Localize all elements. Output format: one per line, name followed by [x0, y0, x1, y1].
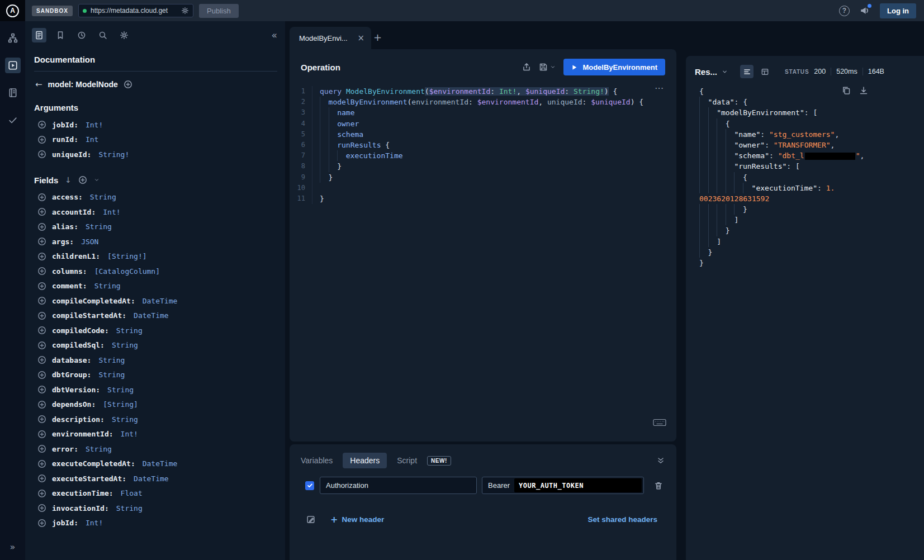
save-options-chevron-icon[interactable]	[550, 64, 556, 70]
collapse-docs-panel-icon[interactable]: «	[272, 30, 277, 41]
add-field-to-query-icon[interactable]	[37, 252, 46, 261]
endpoint-url-input[interactable]: https://metadata.cloud.get	[91, 7, 177, 15]
field-type-link[interactable]: DateTime	[134, 311, 169, 320]
add-field-to-query-icon[interactable]	[37, 282, 46, 291]
run-operation-button[interactable]: ModelByEnvironment	[563, 59, 665, 75]
add-field-to-query-icon[interactable]	[37, 135, 46, 144]
operation-tab[interactable]: ModelByEnvi... ×	[290, 27, 371, 49]
field-type-link[interactable]: String	[94, 282, 121, 290]
add-field-to-query-icon[interactable]	[37, 326, 46, 335]
doc-field-row[interactable]: executeStartedAt:DateTime	[37, 471, 277, 486]
schema-nav-icon[interactable]	[5, 30, 21, 46]
login-button[interactable]: Log in	[880, 3, 916, 18]
documentation-tab-icon[interactable]	[32, 28, 46, 42]
doc-field-row[interactable]: compileCompletedAt:DateTime	[37, 293, 277, 309]
doc-field-row[interactable]: environmentId:Int!	[37, 427, 277, 442]
add-field-to-query-icon[interactable]	[37, 341, 46, 350]
doc-field-row[interactable]: executionTime:Float	[37, 486, 277, 501]
connection-settings-gear-icon[interactable]	[181, 7, 189, 15]
history-icon[interactable]	[74, 28, 89, 42]
field-type-link[interactable]: [String!]	[107, 252, 146, 260]
add-field-to-query-icon[interactable]	[37, 311, 46, 320]
doc-field-row[interactable]: alias:String	[37, 220, 277, 235]
field-type-link[interactable]: String	[98, 356, 125, 364]
close-tab-icon[interactable]: ×	[357, 33, 364, 43]
graphql-query-editor[interactable]: 1query ModelByEnvironment($environmentId…	[290, 86, 676, 204]
announcements-icon[interactable]	[860, 6, 870, 16]
field-type-link[interactable]: String!	[98, 150, 129, 159]
field-type-link[interactable]: String	[112, 341, 138, 349]
field-type-link[interactable]: String	[116, 326, 143, 335]
doc-field-row[interactable]: compileStartedAt:DateTime	[37, 309, 277, 324]
settings-gear-icon[interactable]	[117, 28, 131, 42]
field-type-link[interactable]: [CatalogColumn]	[94, 267, 160, 276]
field-type-link[interactable]: DateTime	[143, 459, 178, 468]
add-field-to-query-icon[interactable]	[37, 355, 46, 364]
explorer-nav-icon[interactable]	[5, 58, 21, 73]
publish-button[interactable]: Publish	[199, 4, 239, 18]
add-field-to-query-icon[interactable]	[37, 371, 46, 379]
header-enabled-checkbox[interactable]	[305, 481, 314, 490]
field-type-link[interactable]: Int!	[86, 121, 103, 129]
doc-field-row[interactable]: description:String	[37, 412, 277, 427]
set-shared-headers-link[interactable]: Set shared headers	[587, 515, 657, 524]
apollo-logo[interactable]: A	[0, 0, 25, 21]
header-key-input[interactable]	[320, 477, 477, 494]
doc-field-row[interactable]: dbtGroup:String	[37, 368, 277, 383]
help-icon[interactable]: ?	[839, 6, 850, 16]
tab-headers[interactable]: Headers	[343, 453, 387, 468]
doc-field-row[interactable]: childrenL1:[String!]	[37, 249, 277, 264]
add-field-to-query-icon[interactable]	[37, 267, 46, 276]
add-field-to-query-icon[interactable]	[37, 489, 46, 498]
field-type-link[interactable]: String	[116, 504, 143, 512]
tree-view-icon[interactable]	[740, 65, 754, 78]
doc-field-row[interactable]: runId:Int	[37, 132, 277, 148]
share-operation-icon[interactable]	[522, 63, 531, 72]
field-type-link[interactable]: Int!	[103, 208, 120, 216]
add-field-to-query-icon[interactable]	[37, 430, 46, 439]
endpoint-url-box[interactable]: https://metadata.cloud.get	[78, 4, 193, 17]
add-field-to-query-icon[interactable]	[37, 120, 46, 129]
field-type-link[interactable]: String	[86, 222, 112, 231]
add-field-to-query-icon[interactable]	[37, 415, 46, 424]
doc-field-row[interactable]: access:String	[37, 190, 277, 205]
field-type-link[interactable]: DateTime	[134, 474, 169, 483]
header-value-input[interactable]: Bearer YOUR_AUTH_TOKEN	[482, 477, 644, 494]
doc-field-row[interactable]: invocationId:String	[37, 501, 277, 516]
saved-operations-bookmark-icon[interactable]	[53, 28, 68, 42]
doc-field-row[interactable]: dbtVersion:String	[37, 382, 277, 397]
table-view-icon[interactable]	[758, 65, 771, 78]
doc-field-row[interactable]: jobId:Int!	[37, 117, 277, 132]
field-type-link[interactable]: JSON	[81, 238, 98, 246]
checks-nav-icon[interactable]	[5, 112, 21, 128]
doc-field-row[interactable]: dependsOn:[String]	[37, 397, 277, 412]
doc-field-row[interactable]: uniqueId:String!	[37, 147, 277, 162]
add-type-to-query-icon[interactable]	[124, 80, 132, 89]
add-all-fields-icon[interactable]	[78, 175, 87, 184]
expand-rail-icon[interactable]: »	[0, 542, 25, 552]
doc-field-row[interactable]: comment:String	[37, 279, 277, 294]
field-type-link[interactable]: String	[112, 415, 138, 424]
save-operation-group[interactable]	[539, 63, 556, 72]
add-field-to-query-icon[interactable]	[37, 385, 46, 394]
doc-field-row[interactable]: columns:[CatalogColumn]	[37, 264, 277, 279]
doc-field-row[interactable]: error:String	[37, 442, 277, 457]
doc-field-row[interactable]: compiledCode:String	[37, 323, 277, 338]
field-type-link[interactable]: Float	[121, 489, 143, 497]
field-type-link[interactable]: String	[107, 386, 134, 394]
response-dropdown-chevron-icon[interactable]	[722, 69, 728, 75]
field-type-link[interactable]: String	[90, 193, 116, 201]
doc-field-row[interactable]: jobId:Int!	[37, 516, 277, 531]
doc-field-row[interactable]: database:String	[37, 353, 277, 368]
doc-field-row[interactable]: compiledSql:String	[37, 338, 277, 353]
add-field-to-query-icon[interactable]	[37, 474, 46, 483]
add-field-to-query-icon[interactable]	[37, 504, 46, 512]
add-field-to-query-icon[interactable]	[37, 150, 46, 159]
add-field-to-query-icon[interactable]	[37, 207, 46, 216]
tab-variables[interactable]: Variables	[301, 456, 333, 465]
auth-token-value[interactable]: YOUR_AUTH_TOKEN	[514, 478, 642, 492]
collapse-request-panel-icon[interactable]	[656, 456, 665, 465]
field-type-link[interactable]: String	[98, 371, 125, 379]
back-arrow-icon[interactable]: ←	[35, 79, 42, 89]
field-type-link[interactable]: [String]	[103, 400, 138, 409]
